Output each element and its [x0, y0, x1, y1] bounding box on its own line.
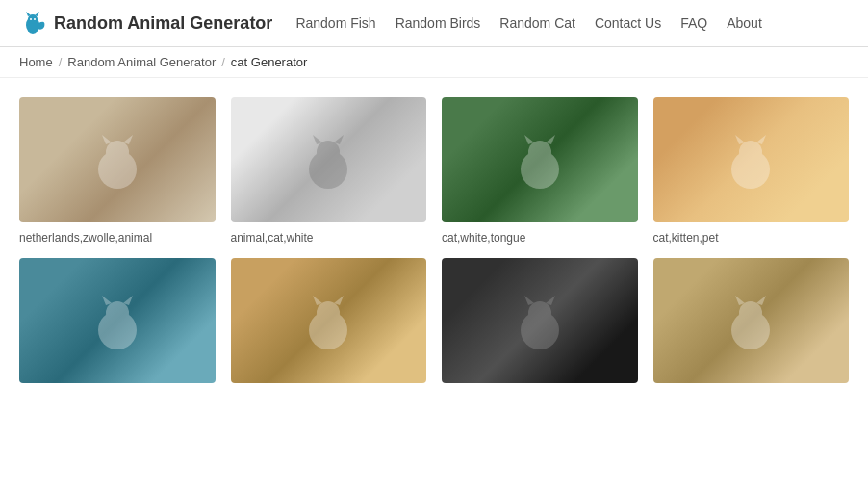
svg-point-11	[317, 141, 340, 164]
image-thumbnail-7[interactable]	[442, 258, 638, 383]
breadcrumb-sep-1: /	[59, 55, 63, 69]
svg-point-31	[528, 301, 551, 324]
svg-marker-21	[756, 135, 766, 144]
image-thumbnail-1[interactable]	[19, 97, 216, 222]
image-thumbnail-6[interactable]	[231, 258, 427, 383]
image-card-8	[653, 258, 850, 391]
image-card-1: netherlands,zwolle,animal	[19, 97, 216, 246]
site-title: Random Animal Generator	[54, 13, 272, 34]
image-tag-3: cat,white,tongue	[442, 230, 638, 246]
image-thumbnail-8[interactable]	[653, 258, 850, 383]
svg-marker-9	[123, 135, 133, 144]
svg-marker-32	[524, 296, 534, 305]
image-thumbnail-4[interactable]	[653, 97, 850, 222]
image-card-3: cat,white,tongue	[442, 97, 638, 246]
svg-point-27	[317, 301, 340, 324]
svg-marker-24	[102, 296, 112, 305]
image-thumbnail-3[interactable]	[442, 97, 638, 222]
logo-area: Random Animal Generator	[19, 10, 272, 37]
svg-marker-33	[546, 296, 555, 305]
svg-marker-16	[524, 135, 534, 144]
breadcrumb-sep-2: /	[221, 55, 225, 69]
svg-marker-17	[546, 135, 555, 144]
svg-marker-28	[313, 296, 322, 305]
nav-contact-us[interactable]: Contact Us	[595, 15, 661, 31]
svg-marker-37	[756, 296, 766, 305]
nav-random-cat[interactable]: Random Cat	[499, 15, 575, 31]
image-tag-2: animal,cat,white	[231, 230, 427, 246]
breadcrumb-parent[interactable]: Random Animal Generator	[67, 55, 216, 69]
svg-point-35	[739, 301, 762, 324]
svg-point-19	[739, 141, 762, 164]
svg-point-7	[106, 141, 129, 164]
image-row-2	[19, 258, 849, 391]
svg-marker-2	[26, 12, 31, 16]
svg-point-23	[106, 301, 129, 324]
image-card-2: animal,cat,white	[231, 97, 427, 246]
gallery-section: netherlands,zwolle,animal animal,cat,whi…	[0, 78, 868, 391]
breadcrumb: Home / Random Animal Generator / cat Gen…	[0, 47, 868, 78]
svg-marker-20	[735, 135, 745, 144]
svg-marker-13	[334, 135, 344, 144]
svg-marker-25	[123, 296, 133, 305]
logo-icon	[19, 10, 46, 37]
image-card-5	[19, 258, 216, 391]
nav-about[interactable]: About	[727, 15, 762, 31]
svg-marker-8	[102, 135, 112, 144]
nav-random-birds[interactable]: Random Birds	[396, 15, 481, 31]
image-tag-1: netherlands,zwolle,animal	[19, 230, 216, 246]
breadcrumb-home[interactable]: Home	[19, 55, 53, 69]
image-card-7	[442, 258, 638, 391]
svg-point-15	[528, 141, 551, 164]
image-thumbnail-2[interactable]	[231, 97, 427, 222]
image-card-6	[231, 258, 427, 391]
svg-marker-36	[735, 296, 745, 305]
nav-faq[interactable]: FAQ	[680, 15, 707, 31]
svg-point-4	[30, 18, 32, 20]
image-tag-4: cat,kitten,pet	[653, 230, 850, 246]
main-nav: Random Fish Random Birds Random Cat Cont…	[295, 15, 849, 31]
svg-marker-12	[313, 135, 322, 144]
image-row-1: netherlands,zwolle,animal animal,cat,whi…	[19, 97, 849, 246]
svg-marker-3	[35, 12, 39, 16]
header: Random Animal Generator Random Fish Rand…	[0, 0, 868, 47]
image-card-4: cat,kitten,pet	[653, 97, 850, 246]
nav-random-fish[interactable]: Random Fish	[295, 15, 375, 31]
image-thumbnail-5[interactable]	[19, 258, 216, 383]
svg-point-5	[34, 18, 36, 20]
breadcrumb-current: cat Generator	[231, 55, 308, 69]
svg-marker-29	[334, 296, 344, 305]
